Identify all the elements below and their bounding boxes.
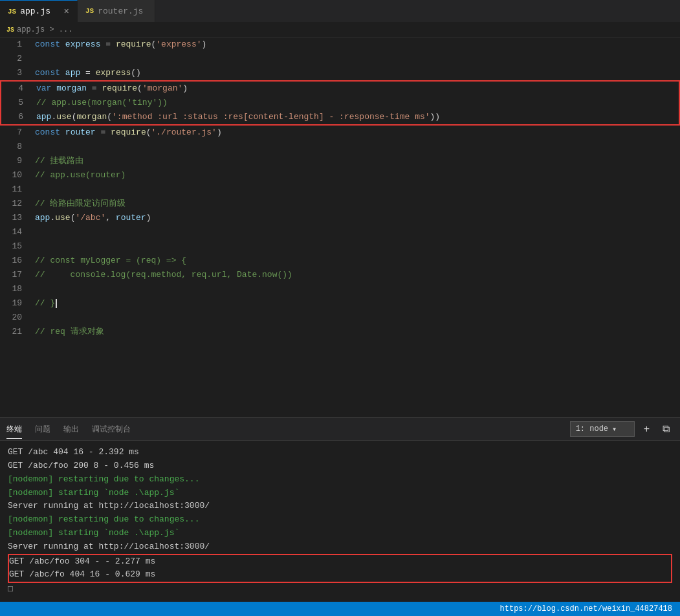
line-content-17: // console.log(req.method, req.url, Date… [32,268,680,282]
line-content-11 [32,182,680,197]
terminal-tab-bar: 终端 问题 输出 调试控制台 1: node ▾ + ⧉ [0,418,680,441]
line-content-6: app.use(morgan(':method :url :status :re… [34,110,679,124]
line-number-16: 16 [0,254,32,268]
terminal-panel: 终端 问题 输出 调试控制台 1: node ▾ + ⧉ GET /abc 40… [0,417,680,602]
terminal-line-11: □ [8,583,672,597]
line-number-20: 20 [0,311,32,325]
terminal-highlighted-block: GET /abc/foo 304 - - 2.277 ms GET /abc/f… [8,554,672,584]
js-icon-router: JS [85,7,94,15]
line-content-15 [32,239,680,254]
line-number-21: 21 [0,325,32,339]
code-line-7: 7 const router = require('./router.js') [0,126,680,140]
split-terminal-button[interactable]: ⧉ [659,422,674,436]
line-number-18: 18 [0,282,32,296]
breadcrumb-icon: JS [6,27,14,34]
line-number-13: 13 [0,211,32,225]
problems-tab-label: 问题 [35,425,50,434]
tab-label-app-js: app.js [20,6,50,16]
code-line-16: 16 // const myLogger = (req) => { [0,254,680,268]
line-content-20 [32,311,680,325]
debug-tab-label: 调试控制台 [92,425,131,434]
status-bar: https://blog.csdn.net/weixin_44827418 [0,602,680,616]
tab-label-router-js: router.js [98,6,143,16]
code-line-11: 11 [0,182,680,197]
line-content-13: app.use('/abc', router) [32,211,680,225]
code-line-20: 20 [0,311,680,325]
output-tab-label: 输出 [63,425,79,434]
terminal-line-6: [nodemon] restarting due to changes... [8,513,672,527]
new-terminal-button[interactable]: + [640,422,653,436]
terminal-line-5: Server running at http://localhost:3000/ [8,500,672,513]
line-content-19: // } [32,296,680,311]
code-line-19: 19 // } [0,296,680,311]
tab-router-js[interactable]: JS router.js [78,0,155,22]
terminal-tab-label: 终端 [6,425,22,434]
line-content-1: const express = require('express') [32,38,680,52]
code-line-13: 13 app.use('/abc', router) [0,211,680,225]
line-content-12: // 给路由限定访问前级 [32,197,680,211]
line-content-16: // const myLogger = (req) => { [32,254,680,268]
line-number-9: 9 [0,154,32,168]
terminal-line-4: [nodemon] starting `node .\app.js` [8,487,672,500]
line-number-2: 2 [0,52,32,66]
line-number-12: 12 [0,197,32,211]
js-icon-app: JS [8,8,16,16]
line-number-1: 1 [0,38,32,52]
line-content-3: const app = express() [32,66,680,80]
close-tab-app-js[interactable]: × [64,7,69,16]
line-content-9: // 挂载路由 [32,154,680,168]
line-content-7: const router = require('./router.js') [32,126,680,140]
terminal-line-10: GET /abc/fo 404 16 - 0.629 ms [9,568,671,582]
terminal-controls: 1: node ▾ + ⧉ [570,421,674,437]
code-line-15: 15 [0,239,680,254]
terminal-line-3: [nodemon] restarting due to changes... [8,473,672,487]
line-content-4: var morgan = require('morgan') [34,82,679,96]
code-line-3: 3 const app = express() [0,66,680,80]
terminal-line-8: Server running at http://localhost:3000/ [8,540,672,554]
line-content-21: // req 请求对象 [32,325,680,339]
line-number-4: 4 [1,82,34,96]
line-content-14 [32,225,680,239]
line-number-6: 6 [1,110,34,124]
highlighted-block: 4 var morgan = require('morgan') 5 // ap… [0,80,680,126]
terminal-output: GET /abc 404 16 - 2.392 ms GET /abc/foo … [0,441,680,602]
tab-app-js[interactable]: JS app.js × [0,0,78,22]
code-line-18: 18 [0,282,680,296]
breadcrumb-path: app.js > ... [17,25,72,34]
terminal-tab-debug[interactable]: 调试控制台 [92,420,131,439]
line-number-11: 11 [0,182,32,197]
line-number-10: 10 [0,168,32,182]
tab-bar: JS app.js × JS router.js [0,0,680,23]
terminal-tab-problems[interactable]: 问题 [35,420,50,439]
terminal-line-1: GET /abc 404 16 - 2.392 ms [8,446,672,459]
code-line-12: 12 // 给路由限定访问前级 [0,197,680,211]
code-line-17: 17 // console.log(req.method, req.url, D… [0,268,680,282]
line-number-14: 14 [0,225,32,239]
code-line-10: 10 // app.use(router) [0,168,680,182]
line-content-5: // app.use(morgan('tiny')) [34,96,679,110]
code-line-21: 21 // req 请求对象 [0,325,680,339]
line-content-10: // app.use(router) [32,168,680,182]
terminal-line-9: GET /abc/foo 304 - - 2.277 ms [9,555,671,569]
terminal-line-7: [nodemon] starting `node .\app.js` [8,527,672,540]
line-number-3: 3 [0,66,32,80]
breadcrumb: JS app.js > ... [0,23,680,38]
line-number-8: 8 [0,140,32,154]
code-editor: 1 const express = require('express') 2 3… [0,38,680,339]
terminal-line-2: GET /abc/foo 200 8 - 0.456 ms [8,459,672,473]
line-content-8 [32,140,680,154]
chevron-down-icon: ▾ [612,424,617,434]
terminal-tab-output[interactable]: 输出 [63,420,79,439]
terminal-selector-label: 1: node [576,424,608,434]
code-line-2: 2 [0,52,680,66]
code-line-14: 14 [0,225,680,239]
line-content-18 [32,282,680,296]
code-line-1: 1 const express = require('express') [0,38,680,52]
line-number-5: 5 [1,96,34,110]
terminal-tab-terminal[interactable]: 终端 [6,420,22,439]
code-line-6: 6 app.use(morgan(':method :url :status :… [1,110,679,124]
code-line-9: 9 // 挂载路由 [0,154,680,168]
terminal-selector[interactable]: 1: node ▾ [570,421,635,437]
line-number-19: 19 [0,296,32,311]
code-line-4: 4 var morgan = require('morgan') [1,82,679,96]
